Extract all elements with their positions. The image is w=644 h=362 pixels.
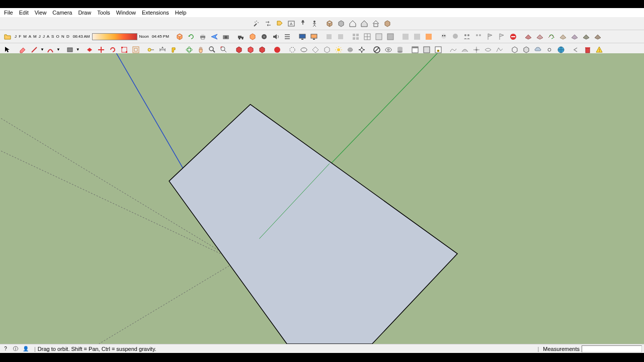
tool-list[interactable] — [282, 31, 293, 42]
tool-box-3[interactable] — [382, 18, 393, 29]
tool-grid-b[interactable] — [362, 31, 373, 42]
tool-box-1[interactable] — [324, 18, 335, 29]
svg-rect-49 — [133, 47, 139, 53]
tool-plane-3[interactable] — [557, 31, 569, 42]
arc-dropdown-icon[interactable]: ▼ — [56, 47, 60, 52]
measurements-input[interactable] — [582, 345, 642, 352]
tool-plane-4[interactable] — [569, 31, 580, 42]
svg-marker-86 — [169, 105, 457, 344]
svg-text:A: A — [162, 46, 164, 49]
svg-point-53 — [186, 48, 192, 51]
shadow-time-start: 06:43 AM — [72, 34, 91, 39]
tool-monitor-orange[interactable] — [308, 31, 319, 42]
menu-view[interactable]: View — [32, 9, 50, 17]
shadow-noon: Noon — [138, 34, 150, 39]
tool-tag[interactable] — [274, 18, 285, 29]
tool-house-3[interactable] — [370, 18, 381, 29]
tool-send[interactable] — [209, 31, 220, 42]
tool-print[interactable] — [197, 31, 208, 42]
menu-draw[interactable]: Draw — [75, 9, 94, 17]
tool-plane-1[interactable] — [523, 31, 534, 42]
svg-rect-27 — [353, 37, 355, 40]
svg-rect-7 — [374, 24, 378, 27]
line-dropdown-icon[interactable]: ▼ — [40, 47, 44, 52]
viewport-3d[interactable] — [0, 53, 644, 344]
tool-panel-b[interactable] — [412, 31, 423, 42]
tool-text-box[interactable]: A — [286, 18, 297, 29]
tool-flag-2[interactable] — [496, 31, 507, 42]
tool-plane-2[interactable] — [534, 31, 545, 42]
svg-rect-50 — [134, 48, 137, 51]
menu-extensions[interactable]: Extensions — [139, 9, 172, 17]
svg-point-54 — [188, 47, 191, 53]
status-info-icon[interactable]: ⓘ — [12, 345, 19, 352]
tool-cube-orange[interactable] — [174, 31, 185, 42]
tool-panel-a[interactable] — [400, 31, 411, 42]
svg-rect-34 — [426, 34, 432, 40]
tool-folder[interactable] — [2, 31, 13, 42]
letterbox-top — [0, 0, 644, 8]
tool-people-2[interactable] — [473, 31, 484, 42]
tool-panel-c[interactable] — [423, 31, 434, 42]
tool-grid-a[interactable] — [350, 31, 361, 42]
menu-camera[interactable]: Camera — [49, 9, 75, 17]
tool-swap[interactable] — [263, 18, 274, 29]
svg-point-40 — [467, 34, 469, 36]
tool-box-2[interactable] — [336, 18, 347, 29]
tool-refresh[interactable] — [186, 31, 197, 42]
menu-help[interactable]: Help — [172, 9, 190, 17]
svg-point-57 — [274, 47, 280, 53]
svg-rect-78 — [585, 47, 590, 48]
svg-rect-28 — [356, 37, 359, 40]
tool-pin[interactable] — [297, 18, 308, 29]
tool-grid-d[interactable] — [385, 31, 396, 42]
svg-rect-22 — [313, 39, 315, 40]
measurements-label: Measurements — [543, 346, 580, 352]
rect-dropdown-icon[interactable]: ▼ — [76, 47, 80, 52]
tool-skull[interactable] — [438, 31, 449, 42]
letterbox-bottom — [0, 353, 644, 362]
menu-tools[interactable]: Tools — [94, 9, 113, 17]
svg-text:A: A — [290, 22, 293, 26]
tool-truck[interactable] — [235, 31, 247, 42]
tool-gray-1[interactable] — [324, 31, 335, 42]
status-person-icon[interactable]: 👤 — [22, 345, 29, 352]
svg-point-1 — [256, 21, 257, 22]
tool-skull-gray[interactable] — [450, 31, 461, 42]
tool-box-orange[interactable] — [247, 31, 258, 42]
svg-point-41 — [476, 34, 478, 36]
svg-point-59 — [301, 48, 307, 52]
tool-people-1[interactable] — [461, 31, 472, 42]
svg-point-0 — [255, 22, 256, 23]
tool-rotate-plane[interactable] — [546, 31, 557, 42]
svg-rect-13 — [238, 36, 242, 38]
svg-point-15 — [238, 38, 240, 39]
svg-rect-30 — [376, 34, 382, 40]
toolbar-row-2: J F M A M J J A S O N D 06:43 AM Noon 04… — [0, 30, 644, 43]
svg-point-39 — [464, 34, 466, 36]
tool-camera[interactable] — [220, 31, 231, 42]
status-help-icon[interactable]: ? — [2, 345, 9, 352]
tool-monitor[interactable] — [297, 31, 308, 42]
tool-house-2[interactable] — [359, 18, 370, 29]
svg-rect-24 — [338, 34, 343, 39]
svg-point-65 — [385, 48, 391, 52]
tool-gray-2[interactable] — [335, 31, 346, 42]
tool-house-1[interactable] — [347, 18, 358, 29]
main-menubar: File Edit View Camera Draw Tools Window … — [0, 8, 644, 17]
tool-plane-5[interactable] — [581, 31, 592, 42]
tool-plane-6[interactable] — [592, 31, 603, 42]
tool-flag[interactable] — [485, 31, 496, 42]
shadow-time-end: 04:45 PM — [151, 34, 170, 39]
menu-file[interactable]: File — [1, 9, 16, 17]
menu-window[interactable]: Window — [113, 9, 139, 17]
tool-nosign[interactable] — [508, 31, 519, 42]
shadow-time-bar[interactable] — [92, 33, 137, 40]
tool-grid-c[interactable] — [373, 31, 384, 42]
tool-figure[interactable] — [309, 18, 320, 29]
menu-edit[interactable]: Edit — [16, 9, 32, 17]
tool-sound[interactable] — [270, 31, 281, 42]
tool-spray[interactable] — [251, 18, 262, 29]
shadow-months: J F M A M J J A S O N D — [14, 34, 71, 39]
tool-gear-dark[interactable] — [259, 31, 270, 42]
